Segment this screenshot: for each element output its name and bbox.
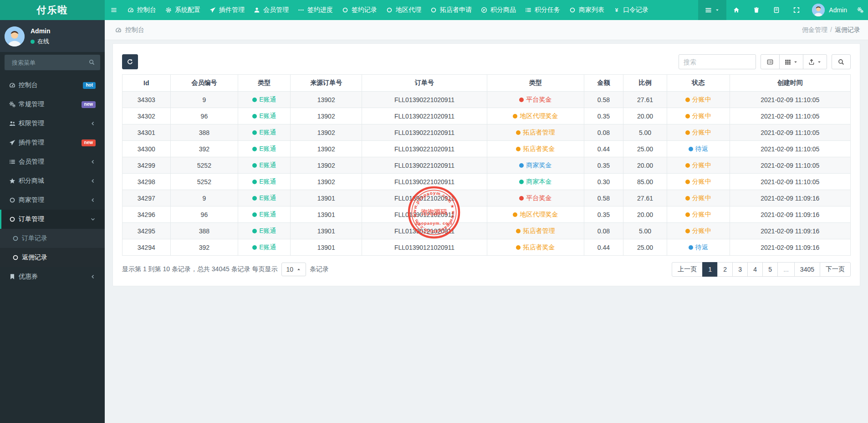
sidebar-item-label: 商家管理 [19,196,90,204]
status-dot-icon [685,130,690,135]
cell-status: 分账中 [667,108,730,124]
cell-order-no: FLL01390121020911 [362,206,487,223]
nav-menu-dropdown[interactable] [698,0,726,20]
refresh-button[interactable] [122,54,138,69]
user-menu[interactable]: Admin [807,0,853,20]
cell-member-no: 96 [170,108,238,124]
cell-account-type: E账通 [238,141,291,157]
page-button-5[interactable]: 5 [762,262,778,277]
table-row: 34301388E账通13902FLL01390221020911拓店者管理0.… [123,124,851,141]
cell-member-no: 392 [170,239,238,256]
page-button-4[interactable]: 4 [747,262,763,277]
nav-item-会员管理[interactable]: 会员管理 [249,0,293,20]
page-button-3[interactable]: 3 [732,262,748,277]
export-button[interactable] [803,54,827,69]
cell-member-no: 392 [170,141,238,157]
circle-p-icon: P [481,7,487,13]
table-row: 342979E账通13901FLL01390121020911平台奖金0.582… [123,190,851,206]
nav-item-控制台[interactable]: 控制台 [123,0,161,20]
status-label: 商家奖金 [526,161,551,169]
page-size-select[interactable]: 10 [281,263,306,276]
breadcrumb-parent[interactable]: 佣金管理 [802,26,827,33]
nav-item-label: 签约记录 [352,6,377,14]
breadcrumb-current: 返佣记录 [835,26,860,33]
sidebar-item-控制台[interactable]: 控制台hot [0,76,105,95]
cell-status: 分账中 [667,206,730,223]
status-label: E账通 [259,194,276,201]
sidebar-item-label: 订单记录 [22,234,96,242]
nav-item-签约记录[interactable]: 签约记录 [337,0,382,20]
top-navbar: 付乐啦 控制台系统配置插件管理会员管理签约进度签约记录地区代理拓店者申请P积分商… [0,0,868,20]
cell-account-type: E账通 [238,223,291,239]
sidebar-item-积分商城[interactable]: 积分商城 [0,171,105,191]
page-button-1[interactable]: 1 [702,262,718,277]
sidebar-item-插件管理[interactable]: 插件管理new [0,133,105,152]
home-button[interactable] [726,0,746,20]
status-dot-icon [685,98,690,102]
column-header-类型: 类型 [487,75,584,92]
nav-item-label: 签约进度 [307,6,333,14]
cell-created: 2021-02-09 11:09:16 [730,239,851,256]
cell-member-no: 5252 [170,174,238,190]
nav-item-签约进度[interactable]: 签约进度 [293,0,337,20]
columns-button[interactable] [779,54,803,69]
log-button[interactable] [766,0,786,20]
navbar-right: Admin [698,0,868,20]
cell-amount: 0.58 [584,92,623,108]
clear-cache-button[interactable] [746,0,766,20]
nav-item-系统配置[interactable]: 系统配置 [161,0,205,20]
sidebar-item-权限管理[interactable]: 权限管理 [0,114,105,133]
table-search-input[interactable] [679,54,756,69]
page-button-下一页[interactable]: 下一页 [820,262,851,277]
nav-item-拓店者申请[interactable]: 拓店者申请 [426,0,476,20]
cell-ratio: 20.00 [623,206,667,223]
sidebar-item-商家管理[interactable]: 商家管理 [0,191,105,210]
nav-item-label: 地区代理 [396,6,421,14]
status-dot-icon [685,229,690,233]
status-label: 地区代理奖金 [520,112,558,119]
sidebar-item-常规管理[interactable]: 常规管理new [0,95,105,114]
nav-item-地区代理[interactable]: 地区代理 [382,0,426,20]
cell-account-type: E账通 [238,190,291,206]
nav-item-商家列表[interactable]: 商家列表 [565,0,609,20]
nav-item-积分商品[interactable]: P积分商品 [476,0,521,20]
cell-bonus-type: 商家奖金 [487,157,584,174]
status-label: E账通 [259,227,276,234]
detail-view-button[interactable] [761,54,780,69]
status-dot-icon [689,147,693,151]
sidebar-item-会员管理[interactable]: 会员管理 [0,152,105,171]
content-header: 控制台 佣金管理/返佣记录 [105,20,868,40]
brand-logo[interactable]: 付乐啦 [0,0,105,20]
search-icon [838,59,844,65]
page-button-3405[interactable]: 3405 [794,262,820,277]
page-button-上一页[interactable]: 上一页 [672,262,703,277]
status-label: E账通 [259,112,276,119]
sidebar-subitem-订单记录[interactable]: 订单记录 [0,229,105,248]
search-toggle-button[interactable] [832,54,851,69]
cell-order-no: FLL01390221020911 [362,92,487,108]
cell-ratio: 27.61 [623,190,667,206]
status-label: 待返 [695,243,708,251]
main-area: 控制台 佣金管理/返佣记录 [105,20,868,423]
sidebar-item-订单管理[interactable]: 订单管理 [0,210,105,229]
cell-account-type: E账通 [238,108,291,124]
circle-icon [9,216,19,222]
page-button-2[interactable]: 2 [717,262,733,277]
nav-item-积分任务[interactable]: 积分任务 [521,0,565,20]
sidebar-toggle-button[interactable] [105,0,123,20]
sidebar-subitem-返佣记录[interactable]: 返佣记录 [0,248,105,267]
online-dot-icon [31,40,35,44]
cell-source-order: 13902 [291,108,362,124]
cell-status: 分账中 [667,157,730,174]
fullscreen-button[interactable] [786,0,807,20]
nav-item-口令记录[interactable]: ¥口令记录 [609,0,653,20]
nav-item-插件管理[interactable]: 插件管理 [205,0,249,20]
cell-member-no: 9 [170,190,238,206]
menu-search-input[interactable] [5,55,100,70]
settings-button[interactable] [853,0,868,20]
sidebar-item-优惠券[interactable]: 优惠券 [0,267,105,286]
svg-text:P: P [483,8,485,12]
nav-item-label: 会员管理 [263,6,289,14]
nav-item-label: 口令记录 [623,6,648,14]
cell-order-no: FLL01390121020911 [362,239,487,256]
